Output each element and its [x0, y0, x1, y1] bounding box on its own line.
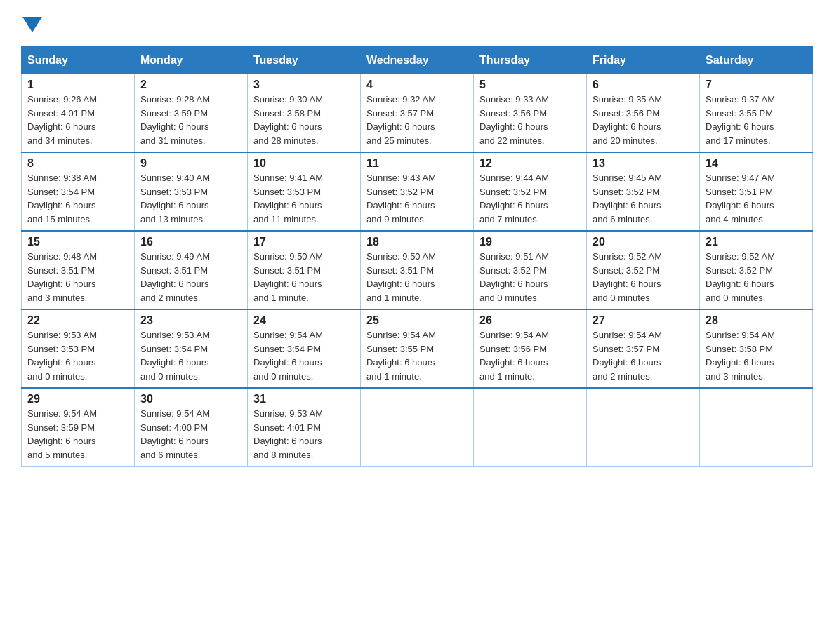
calendar-week-row: 29Sunrise: 9:54 AMSunset: 3:59 PMDayligh… — [22, 388, 813, 467]
header-row: SundayMondayTuesdayWednesdayThursdayFrid… — [22, 47, 813, 74]
calendar-cell: 30Sunrise: 9:54 AMSunset: 4:00 PMDayligh… — [135, 388, 248, 467]
calendar-cell: 5Sunrise: 9:33 AMSunset: 3:56 PMDaylight… — [474, 74, 587, 153]
calendar-cell: 8Sunrise: 9:38 AMSunset: 3:54 PMDaylight… — [22, 152, 135, 231]
day-info: Sunrise: 9:54 AMSunset: 3:56 PMDaylight:… — [479, 328, 581, 383]
day-info: Sunrise: 9:44 AMSunset: 3:52 PMDaylight:… — [479, 171, 581, 226]
day-number: 27 — [593, 314, 694, 327]
day-number: 10 — [253, 157, 355, 170]
day-info: Sunrise: 9:38 AMSunset: 3:54 PMDaylight:… — [27, 171, 128, 226]
calendar-cell: 6Sunrise: 9:35 AMSunset: 3:56 PMDaylight… — [587, 74, 700, 153]
day-number: 24 — [253, 314, 355, 327]
col-header-thursday: Thursday — [474, 47, 587, 74]
day-number: 5 — [479, 79, 581, 91]
calendar-cell: 3Sunrise: 9:30 AMSunset: 3:58 PMDaylight… — [248, 74, 361, 153]
day-info: Sunrise: 9:49 AMSunset: 3:51 PMDaylight:… — [140, 250, 241, 304]
calendar-cell: 11Sunrise: 9:43 AMSunset: 3:52 PMDayligh… — [361, 152, 474, 231]
day-number: 23 — [140, 314, 241, 327]
day-info: Sunrise: 9:54 AMSunset: 4:00 PMDaylight:… — [140, 407, 241, 462]
calendar-cell: 28Sunrise: 9:54 AMSunset: 3:58 PMDayligh… — [700, 309, 813, 388]
calendar-cell: 1Sunrise: 9:26 AMSunset: 4:01 PMDaylight… — [22, 74, 135, 153]
day-number: 6 — [593, 79, 694, 91]
day-info: Sunrise: 9:54 AMSunset: 3:55 PMDaylight:… — [366, 328, 468, 383]
col-header-friday: Friday — [587, 47, 700, 74]
page-header — [21, 14, 813, 32]
day-number: 3 — [253, 79, 355, 91]
day-number: 21 — [706, 236, 807, 248]
calendar-cell: 16Sunrise: 9:49 AMSunset: 3:51 PMDayligh… — [135, 231, 248, 309]
calendar-week-row: 8Sunrise: 9:38 AMSunset: 3:54 PMDaylight… — [22, 152, 813, 231]
day-number: 19 — [479, 236, 581, 248]
calendar-cell: 20Sunrise: 9:52 AMSunset: 3:52 PMDayligh… — [587, 231, 700, 309]
day-number: 25 — [366, 314, 468, 327]
day-info: Sunrise: 9:53 AMSunset: 3:53 PMDaylight:… — [27, 328, 128, 383]
calendar-cell: 14Sunrise: 9:47 AMSunset: 3:51 PMDayligh… — [700, 152, 813, 231]
calendar-cell: 4Sunrise: 9:32 AMSunset: 3:57 PMDaylight… — [361, 74, 474, 153]
day-info: Sunrise: 9:30 AMSunset: 3:58 PMDaylight:… — [253, 93, 355, 147]
col-header-monday: Monday — [135, 47, 248, 74]
day-info: Sunrise: 9:54 AMSunset: 3:57 PMDaylight:… — [593, 328, 694, 383]
calendar-cell: 2Sunrise: 9:28 AMSunset: 3:59 PMDaylight… — [135, 74, 248, 153]
day-number: 15 — [27, 236, 128, 248]
day-info: Sunrise: 9:35 AMSunset: 3:56 PMDaylight:… — [593, 93, 694, 147]
day-info: Sunrise: 9:54 AMSunset: 3:58 PMDaylight:… — [706, 328, 807, 383]
day-info: Sunrise: 9:51 AMSunset: 3:52 PMDaylight:… — [479, 250, 581, 304]
calendar-table: SundayMondayTuesdayWednesdayThursdayFrid… — [21, 46, 813, 467]
day-info: Sunrise: 9:47 AMSunset: 3:51 PMDaylight:… — [706, 171, 807, 226]
day-number: 20 — [593, 236, 694, 248]
calendar-cell — [700, 388, 813, 467]
day-info: Sunrise: 9:45 AMSunset: 3:52 PMDaylight:… — [593, 171, 694, 226]
day-info: Sunrise: 9:40 AMSunset: 3:53 PMDaylight:… — [140, 171, 241, 226]
calendar-cell — [361, 388, 474, 467]
day-number: 7 — [706, 79, 807, 91]
day-info: Sunrise: 9:53 AMSunset: 3:54 PMDaylight:… — [140, 328, 241, 383]
calendar-cell: 23Sunrise: 9:53 AMSunset: 3:54 PMDayligh… — [135, 309, 248, 388]
col-header-wednesday: Wednesday — [361, 47, 474, 74]
calendar-cell: 22Sunrise: 9:53 AMSunset: 3:53 PMDayligh… — [22, 309, 135, 388]
day-number: 31 — [253, 393, 355, 405]
day-number: 30 — [140, 393, 241, 405]
calendar-cell: 31Sunrise: 9:53 AMSunset: 4:01 PMDayligh… — [248, 388, 361, 467]
day-info: Sunrise: 9:52 AMSunset: 3:52 PMDaylight:… — [593, 250, 694, 304]
day-info: Sunrise: 9:41 AMSunset: 3:53 PMDaylight:… — [253, 171, 355, 226]
day-info: Sunrise: 9:28 AMSunset: 3:59 PMDaylight:… — [140, 93, 241, 147]
day-number: 9 — [140, 157, 241, 170]
calendar-cell: 12Sunrise: 9:44 AMSunset: 3:52 PMDayligh… — [474, 152, 587, 231]
day-info: Sunrise: 9:48 AMSunset: 3:51 PMDaylight:… — [27, 250, 128, 304]
calendar-week-row: 15Sunrise: 9:48 AMSunset: 3:51 PMDayligh… — [22, 231, 813, 309]
col-header-saturday: Saturday — [700, 47, 813, 74]
logo — [21, 14, 42, 32]
calendar-cell: 27Sunrise: 9:54 AMSunset: 3:57 PMDayligh… — [587, 309, 700, 388]
day-number: 13 — [593, 157, 694, 170]
day-info: Sunrise: 9:50 AMSunset: 3:51 PMDaylight:… — [253, 250, 355, 304]
day-number: 8 — [27, 157, 128, 170]
day-number: 29 — [27, 393, 128, 405]
calendar-cell: 7Sunrise: 9:37 AMSunset: 3:55 PMDaylight… — [700, 74, 813, 153]
col-header-sunday: Sunday — [22, 47, 135, 74]
day-info: Sunrise: 9:53 AMSunset: 4:01 PMDaylight:… — [253, 407, 355, 462]
calendar-cell: 13Sunrise: 9:45 AMSunset: 3:52 PMDayligh… — [587, 152, 700, 231]
calendar-cell: 25Sunrise: 9:54 AMSunset: 3:55 PMDayligh… — [361, 309, 474, 388]
day-number: 28 — [706, 314, 807, 327]
day-info: Sunrise: 9:43 AMSunset: 3:52 PMDaylight:… — [366, 171, 468, 226]
col-header-tuesday: Tuesday — [248, 47, 361, 74]
day-number: 14 — [706, 157, 807, 170]
day-info: Sunrise: 9:37 AMSunset: 3:55 PMDaylight:… — [706, 93, 807, 147]
calendar-cell: 15Sunrise: 9:48 AMSunset: 3:51 PMDayligh… — [22, 231, 135, 309]
calendar-week-row: 22Sunrise: 9:53 AMSunset: 3:53 PMDayligh… — [22, 309, 813, 388]
logo-triangle-icon — [22, 17, 42, 32]
calendar-cell: 19Sunrise: 9:51 AMSunset: 3:52 PMDayligh… — [474, 231, 587, 309]
calendar-cell: 9Sunrise: 9:40 AMSunset: 3:53 PMDaylight… — [135, 152, 248, 231]
day-number: 12 — [479, 157, 581, 170]
calendar-cell: 26Sunrise: 9:54 AMSunset: 3:56 PMDayligh… — [474, 309, 587, 388]
calendar-cell: 24Sunrise: 9:54 AMSunset: 3:54 PMDayligh… — [248, 309, 361, 388]
day-number: 18 — [366, 236, 468, 248]
calendar-cell: 29Sunrise: 9:54 AMSunset: 3:59 PMDayligh… — [22, 388, 135, 467]
day-number: 11 — [366, 157, 468, 170]
calendar-week-row: 1Sunrise: 9:26 AMSunset: 4:01 PMDaylight… — [22, 74, 813, 153]
calendar-cell — [587, 388, 700, 467]
calendar-cell — [474, 388, 587, 467]
day-info: Sunrise: 9:54 AMSunset: 3:59 PMDaylight:… — [27, 407, 128, 462]
day-info: Sunrise: 9:26 AMSunset: 4:01 PMDaylight:… — [27, 93, 128, 147]
day-number: 16 — [140, 236, 241, 248]
day-number: 26 — [479, 314, 581, 327]
